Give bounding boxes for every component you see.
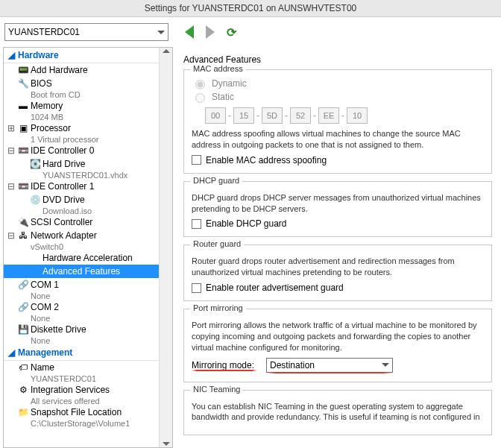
- tree-item-memory[interactable]: ▬Memory: [4, 99, 159, 113]
- nic-icon: 🖧: [17, 230, 29, 242]
- mac-oct-5: 10: [347, 107, 368, 124]
- collapse-icon[interactable]: ⊟: [7, 230, 16, 241]
- tree-item-dvd[interactable]: 💿DVD Drive: [4, 193, 159, 206]
- triangle-left-icon: [185, 25, 194, 39]
- router-desc: Router guard drops router advertisement …: [192, 256, 484, 278]
- mac-oct-3: 52: [290, 107, 311, 124]
- tree-item-name[interactable]: 🏷Name: [4, 361, 159, 374]
- hdd-sub: YUANSTERDC01.vhdx: [4, 171, 159, 180]
- mac-value-row: 00- 15- 5D- 52- EE- 10: [205, 107, 484, 124]
- disk-sub: None: [4, 336, 159, 345]
- processor-sub: 1 Virtual processor: [4, 135, 159, 144]
- tree-item-bios[interactable]: 🔧BIOS: [4, 77, 159, 90]
- integration-icon: ⚙: [17, 384, 29, 396]
- expand-icon[interactable]: ⊞: [7, 123, 16, 133]
- router-legend: Router guard: [190, 239, 244, 248]
- dhcp-desc: DHCP guard drops DHCP server messages fr…: [192, 192, 484, 215]
- collapse-icon: ◢: [8, 50, 15, 60]
- chevron-down-icon: [157, 31, 165, 34]
- name-icon: 🏷: [17, 362, 29, 373]
- mirroring-mode-select[interactable]: Destination: [266, 358, 393, 373]
- nav-forward-button: [203, 25, 218, 40]
- settings-tree: ◢ Hardware 📟Add Hardware 🔧BIOS Boot from…: [3, 47, 173, 448]
- mac-oct-4: EE: [318, 107, 339, 124]
- bios-sub: Boot from CD: [4, 90, 159, 99]
- tree-item-add-hardware[interactable]: 📟Add Hardware: [4, 63, 159, 77]
- tree-item-nic[interactable]: ⊟🖧Network Adapter: [4, 229, 159, 242]
- dvd-icon: 💿: [29, 194, 41, 206]
- collapse-icon[interactable]: ⊟: [7, 181, 16, 192]
- mac-static-radio: Static: [192, 91, 484, 103]
- mac-oct-0: 00: [205, 107, 226, 124]
- checkbox-icon: [192, 155, 201, 165]
- integ-sub: All services offered: [4, 397, 159, 406]
- com-icon: 🔗: [17, 301, 29, 313]
- router-guard-checkbox[interactable]: Enable router advertisement guard: [192, 283, 484, 293]
- hardware-section-header[interactable]: ◢ Hardware: [4, 48, 159, 63]
- processor-icon: ▣: [17, 122, 29, 134]
- checkbox-icon: [192, 219, 201, 229]
- collapse-icon: ◢: [8, 347, 15, 358]
- tree-item-ide1[interactable]: ⊟📼IDE Controller 1: [4, 180, 159, 193]
- nic-teaming-group: NIC Teaming You can establish NIC Teamin…: [183, 390, 492, 436]
- hardware-label: Hardware: [18, 50, 59, 60]
- tree-item-advanced-features[interactable]: Advanced Features: [4, 265, 159, 278]
- scroll-down-icon: [163, 442, 170, 446]
- tree-item-hard-drive[interactable]: 💽Hard Drive: [4, 157, 159, 171]
- chevron-down-icon: [382, 363, 389, 367]
- management-label: Management: [18, 347, 72, 358]
- toolbar: YUANSTERDC01 ⟳: [0, 17, 501, 47]
- diskette-icon: 💾: [17, 324, 29, 335]
- memory-sub: 1024 MB: [4, 113, 159, 122]
- team-legend: NIC Teaming: [190, 385, 243, 394]
- refresh-icon: ⟳: [227, 25, 236, 40]
- dhcp-legend: DHCP guard: [190, 176, 242, 185]
- mirror-desc: Port mirroring allows the network traffi…: [192, 320, 484, 353]
- mac-address-group: MAC address Dynamic Static 00- 15- 5D- 5…: [183, 69, 492, 174]
- snap-sub: C:\ClusterStorage\Volume1: [4, 419, 159, 428]
- tree-item-diskette[interactable]: 💾Diskette Drive: [4, 323, 159, 336]
- mac-oct-1: 15: [233, 107, 254, 124]
- tree-item-integration[interactable]: ⚙Integration Services: [4, 383, 159, 397]
- dhcp-guard-group: DHCP guard DHCP guard drops DHCP server …: [183, 181, 492, 238]
- dhcp-guard-checkbox[interactable]: Enable DHCP guard: [192, 218, 484, 229]
- ide-icon: 📼: [17, 145, 29, 157]
- mirroring-mode-value: Destination: [270, 360, 315, 370]
- tree-item-processor[interactable]: ⊞▣Processor: [4, 122, 159, 135]
- team-desc: You can establish NIC Teaming in the gue…: [192, 401, 484, 423]
- mac-desc: MAC address spoofing allows virtual mach…: [192, 128, 484, 151]
- dvd-sub: Download.iso: [4, 206, 159, 215]
- com2-sub: None: [4, 314, 159, 323]
- content-title: Advanced Features: [183, 54, 492, 65]
- com1-sub: None: [4, 291, 159, 300]
- tree-item-com1[interactable]: 🔗COM 1: [4, 278, 159, 291]
- ide-icon: 📼: [17, 180, 29, 192]
- mac-legend: MAC address: [190, 64, 246, 73]
- refresh-button[interactable]: ⟳: [224, 25, 239, 40]
- mirror-legend: Port mirroring: [190, 303, 246, 312]
- tree-item-scsi[interactable]: 🔌SCSI Controller: [4, 215, 159, 229]
- tree-item-ide0[interactable]: ⊟📼IDE Controller 0: [4, 144, 159, 157]
- mac-spoofing-checkbox[interactable]: Enable MAC address spoofing: [192, 155, 484, 165]
- sidebar-scrollbar[interactable]: [159, 48, 172, 447]
- memory-icon: ▬: [17, 100, 29, 112]
- com-icon: 🔗: [17, 279, 29, 291]
- nav-back-button[interactable]: [182, 25, 197, 40]
- tree-item-snapshot[interactable]: 📁Snapshot File Location: [4, 406, 159, 419]
- hdd-icon: 💽: [29, 158, 41, 170]
- triangle-right-icon: [206, 25, 215, 39]
- annotation-underline: [266, 373, 393, 374]
- tree-item-com2[interactable]: 🔗COM 2: [4, 300, 159, 314]
- vm-selector[interactable]: YUANSTERDC01: [4, 23, 168, 41]
- mirroring-mode-label: Mirroring mode:: [192, 360, 254, 370]
- mac-dynamic-radio: Dynamic: [192, 78, 484, 89]
- annotation-underline: [192, 370, 257, 372]
- window-title: Settings for YUANSTERDC01 on AUNSWHVTEST…: [0, 0, 501, 17]
- router-guard-group: Router guard Router guard drops router a…: [183, 244, 492, 301]
- collapse-icon[interactable]: ⊟: [7, 145, 16, 156]
- management-section-header[interactable]: ◢ Management: [4, 345, 159, 361]
- tree-item-hw-accel[interactable]: Hardware Acceleration: [4, 251, 159, 265]
- name-sub: YUANSTERDC01: [4, 374, 159, 383]
- vm-selector-value: YUANSTERDC01: [8, 27, 80, 37]
- bios-icon: 🔧: [17, 78, 29, 89]
